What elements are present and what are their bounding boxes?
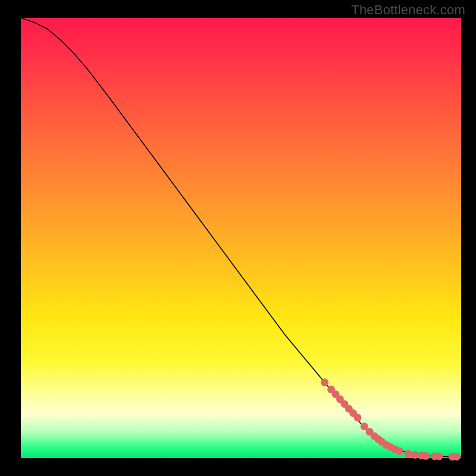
chart-frame: TheBottleneck.com [0, 0, 476, 476]
data-markers [321, 378, 461, 461]
plot-svg [21, 18, 461, 458]
data-point [422, 452, 430, 460]
data-point [453, 453, 461, 461]
data-point [436, 453, 443, 461]
data-point [411, 451, 419, 459]
data-point [396, 447, 403, 455]
bottleneck-curve [21, 18, 461, 457]
data-point [321, 378, 328, 386]
plot-area [21, 18, 461, 458]
data-point [354, 414, 362, 421]
watermark-text: TheBottleneck.com [351, 2, 465, 18]
data-point [405, 450, 412, 458]
